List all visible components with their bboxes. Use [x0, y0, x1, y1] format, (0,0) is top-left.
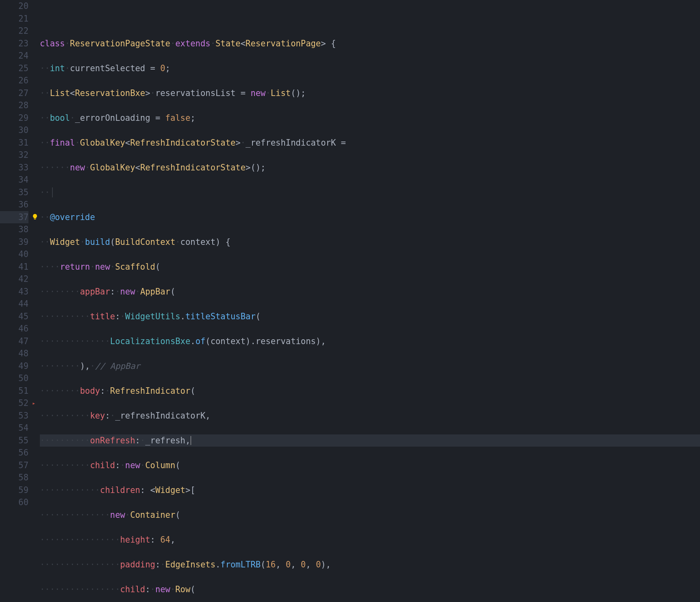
line-number-gutter: 20 21 22 23 24 25 26 27 28 29 30 31 32 3…: [0, 0, 32, 602]
line-number: 43: [0, 286, 28, 298]
line-number: 23: [0, 37, 28, 50]
line-number: 60: [0, 496, 28, 509]
code-line[interactable]: ········),·// AppBar: [40, 360, 700, 373]
line-number: 45: [0, 310, 28, 323]
line-number: 40: [0, 248, 28, 261]
line-number: 54: [0, 422, 28, 434]
line-number: 49: [0, 360, 28, 373]
line-number: 36: [0, 198, 28, 211]
code-line[interactable]: ··Widget·build(BuildContext·context) {: [40, 236, 700, 249]
code-line[interactable]: ··│: [40, 186, 700, 199]
line-number: 28: [0, 99, 28, 112]
line-number: 24: [0, 50, 28, 62]
line-number: 27: [0, 87, 28, 100]
code-line[interactable]: ··final·GlobalKey<RefreshIndicatorState>…: [40, 137, 700, 149]
code-area[interactable]: class·ReservationPageState·extends·State…: [40, 0, 700, 602]
line-number: 48: [0, 347, 28, 360]
text-cursor: [191, 436, 191, 445]
line-number: 55: [0, 434, 28, 447]
code-line[interactable]: ··········child:·new·Column(: [40, 459, 700, 472]
code-line[interactable]: [40, 13, 700, 25]
code-line[interactable]: ················padding:·EdgeInsets.from…: [40, 558, 700, 571]
code-line[interactable]: ··········title:·WidgetUtils.titleStatus…: [40, 310, 700, 323]
line-number: 50: [0, 372, 28, 385]
code-line[interactable]: ········appBar:·new·AppBar(: [40, 286, 700, 298]
code-line[interactable]: ··········key:·_refreshIndicatorK,: [40, 410, 700, 422]
code-line[interactable]: ··int·currentSelected = 0;: [40, 62, 700, 75]
marker-icon: ▸: [32, 397, 35, 410]
line-number: 58: [0, 471, 28, 484]
code-line[interactable]: ····return·new·Scaffold(: [40, 261, 700, 273]
line-number: 30: [0, 124, 28, 137]
line-number: 37: [0, 211, 28, 224]
line-number: 44: [0, 298, 28, 310]
line-number: 59: [0, 484, 28, 497]
code-line-active[interactable]: ··········onRefresh:·_refresh,: [40, 434, 700, 447]
code-line[interactable]: class·ReservationPageState·extends·State…: [40, 37, 700, 50]
line-number: 56: [0, 447, 28, 459]
line-number: 25: [0, 62, 28, 75]
svg-rect-0: [34, 219, 36, 219]
code-line[interactable]: ········body:·RefreshIndicator(: [40, 385, 700, 397]
line-number: 53: [0, 410, 28, 422]
glyph-margin: ▸: [32, 0, 40, 602]
line-number: 38: [0, 223, 28, 236]
line-number: 46: [0, 323, 28, 335]
lightbulb-icon[interactable]: [32, 214, 38, 220]
line-number: 21: [0, 13, 28, 25]
line-number: 26: [0, 74, 28, 87]
code-line[interactable]: ··bool·_errorOnLoading = false;: [40, 112, 700, 124]
line-number: 39: [0, 236, 28, 249]
code-line[interactable]: ··············LocalizationsBxe.of(contex…: [40, 335, 700, 348]
line-number: 33: [0, 161, 28, 174]
line-number: 29: [0, 112, 28, 124]
line-number: 57: [0, 459, 28, 472]
code-line[interactable]: ················height: 64,: [40, 534, 700, 546]
line-number: 22: [0, 25, 28, 37]
line-number: 34: [0, 174, 28, 186]
line-number: 42: [0, 273, 28, 286]
code-line[interactable]: ······new·GlobalKey<RefreshIndicatorStat…: [40, 161, 700, 174]
code-line[interactable]: ··············new·Container(: [40, 509, 700, 521]
line-number: 52: [0, 397, 28, 410]
code-line[interactable]: ················child:·new·Row(: [40, 583, 700, 596]
line-number: 32: [0, 149, 28, 161]
line-number: 47: [0, 335, 28, 348]
line-number: 31: [0, 137, 28, 149]
line-number: 35: [0, 186, 28, 199]
code-editor[interactable]: 20 21 22 23 24 25 26 27 28 29 30 31 32 3…: [0, 0, 700, 602]
line-number: 51: [0, 385, 28, 397]
line-number: 20: [0, 0, 28, 13]
line-number: 41: [0, 261, 28, 273]
code-line[interactable]: ··List<ReservationBxe>·reservationsList …: [40, 87, 700, 100]
code-line[interactable]: ············children: <Widget>[: [40, 484, 700, 497]
code-line[interactable]: ··@override: [40, 211, 700, 224]
